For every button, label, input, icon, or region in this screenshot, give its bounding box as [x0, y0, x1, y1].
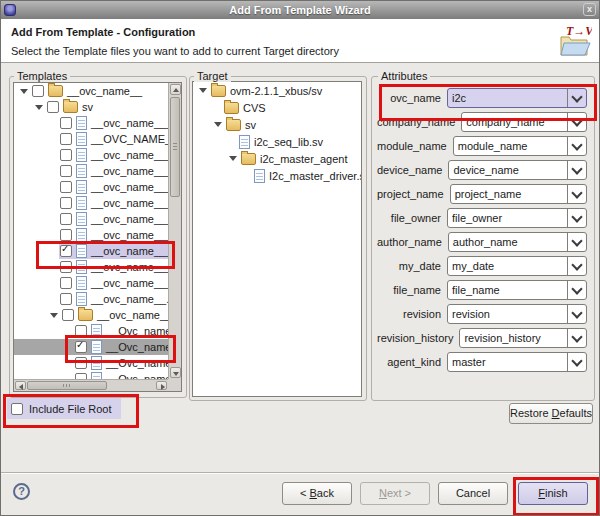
tree-item[interactable]: __OVC_NAME___env [14, 131, 168, 147]
tree-item[interactable]: __Ovc_name____ [14, 323, 168, 339]
attribute-combo[interactable]: revision [447, 304, 587, 324]
tree-item[interactable]: ovm-2.1.1_xbus/sv [193, 82, 361, 99]
tree-item[interactable]: __ovc_name__.svh [14, 291, 168, 307]
tree-item[interactable]: __ovc_name___bus_ [14, 115, 168, 131]
dropdown-button[interactable] [567, 209, 586, 227]
cancel-button[interactable]: Cancel [438, 482, 508, 505]
restore-defaults-button[interactable]: Restore Defaults [509, 403, 593, 424]
attribute-combo[interactable]: i2c [447, 88, 587, 108]
tree-item-checkbox[interactable] [60, 117, 72, 129]
dropdown-button[interactable] [567, 281, 586, 299]
vertical-scrollbar[interactable] [168, 83, 181, 379]
tree-item-checkbox[interactable] [62, 309, 74, 321]
next-button[interactable]: Next > [360, 482, 430, 505]
include-file-root-checkbox[interactable] [11, 403, 23, 415]
tree-item-checkbox[interactable] [60, 133, 72, 145]
tree-item[interactable]: __ovc_name___sequ [14, 211, 168, 227]
attribute-combo[interactable]: file_owner [447, 208, 587, 228]
tree-item[interactable]: __Ovc_name____ [14, 339, 168, 355]
tree-item[interactable]: __ovc_name___inter [14, 227, 168, 243]
tree-item[interactable]: sv [193, 116, 361, 133]
expander-icon[interactable] [35, 105, 43, 110]
horizontal-scrollbar[interactable] [14, 379, 168, 391]
tree-item[interactable]: I2c_master_driver.sv [193, 167, 361, 184]
expander-icon[interactable] [199, 88, 207, 93]
dropdown-button[interactable] [567, 233, 586, 251]
titlebar[interactable]: Add From Template Wizard x [1, 1, 599, 20]
dropdown-button[interactable] [567, 137, 586, 155]
horizontal-scroll-thumb[interactable] [27, 381, 107, 390]
dropdown-button[interactable] [567, 305, 586, 323]
file-icon [76, 276, 87, 290]
expander-icon[interactable] [20, 89, 28, 94]
dropdown-button[interactable] [567, 113, 586, 131]
tree-item-checkbox[interactable] [32, 85, 44, 97]
tree-item[interactable]: __ovc_name___sequ [14, 275, 168, 291]
chevron-down-icon [571, 259, 582, 270]
tree-item-checkbox[interactable] [60, 165, 72, 177]
attribute-combo[interactable]: master [447, 352, 587, 372]
tree-item-checkbox[interactable] [75, 357, 87, 369]
finish-button[interactable]: Finish [518, 482, 588, 505]
tree-item[interactable]: __ovc_name___seq_ [14, 243, 168, 259]
dropdown-button[interactable] [567, 353, 586, 371]
include-file-root-row[interactable]: Include File Root [7, 398, 121, 419]
folder-open-icon [211, 85, 226, 97]
tree-item-checkbox[interactable] [60, 261, 72, 273]
attribute-combo[interactable]: file_name [447, 280, 587, 300]
tree-item[interactable]: __Ovc_name____ [14, 371, 168, 379]
tree-item[interactable]: __ovc_name__ [14, 83, 168, 99]
tree-item[interactable]: __ovc_name___tran [14, 195, 168, 211]
tree-item[interactable]: __ovc_name___inter [14, 259, 168, 275]
tree-item-checkbox[interactable] [60, 149, 72, 161]
tree-item[interactable]: __ovc_name___type [14, 147, 168, 163]
tree-item-checkbox[interactable] [75, 325, 87, 337]
file-icon [76, 132, 87, 146]
tree-item[interactable]: __ovc_name____ag [14, 307, 168, 323]
dropdown-button[interactable] [567, 185, 586, 203]
tree-item[interactable]: __ovc_name___env. [14, 163, 168, 179]
expander-icon[interactable] [50, 313, 58, 318]
expander-icon[interactable] [214, 122, 222, 127]
tree-item-checkbox[interactable] [60, 277, 72, 289]
attribute-combo[interactable]: revision_history [459, 328, 587, 348]
tree-item[interactable]: i2c_master_agent [193, 150, 361, 167]
close-icon[interactable]: x [583, 3, 596, 16]
attribute-combo[interactable]: project_name [450, 184, 587, 204]
dropdown-button[interactable] [567, 89, 586, 107]
vertical-scroll-thumb[interactable] [170, 97, 180, 197]
folder-open-icon [63, 101, 78, 113]
scroll-right-icon[interactable] [161, 384, 165, 390]
file-icon [91, 324, 102, 338]
tree-item-checkbox[interactable] [60, 293, 72, 305]
chevron-down-icon [571, 235, 582, 246]
tree-item[interactable]: i2c_seq_lib.sv [193, 133, 361, 150]
tree-item-checkbox[interactable] [60, 245, 72, 257]
tree-item[interactable]: __ovc_name___bus_ [14, 179, 168, 195]
dropdown-button[interactable] [567, 161, 586, 179]
attribute-value: i2c [448, 92, 567, 104]
expander-icon[interactable] [229, 156, 237, 161]
tree-item-checkbox[interactable] [75, 341, 87, 353]
attribute-combo[interactable]: module_name [453, 136, 587, 156]
attribute-combo[interactable]: company_name [461, 112, 587, 132]
tree-item[interactable]: sv [14, 99, 168, 115]
attribute-combo[interactable]: author_name [448, 232, 587, 252]
tree-item-checkbox[interactable] [60, 197, 72, 209]
back-button[interactable]: < Back [282, 482, 352, 505]
tree-item[interactable]: CVS [193, 99, 361, 116]
attribute-row: agent_kindmaster [377, 352, 587, 372]
tree-item-checkbox[interactable] [60, 181, 72, 193]
tree-item-checkbox[interactable] [60, 213, 72, 225]
scroll-left-icon[interactable] [19, 384, 23, 390]
tree-item[interactable]: __Ovc_name____ [14, 355, 168, 371]
scroll-down-icon[interactable] [173, 372, 179, 376]
help-button[interactable]: ? [13, 483, 30, 500]
scroll-up-icon[interactable] [173, 88, 179, 92]
tree-item-checkbox[interactable] [60, 229, 72, 241]
dropdown-button[interactable] [567, 329, 586, 347]
dropdown-button[interactable] [567, 257, 586, 275]
attribute-combo[interactable]: device_name [448, 160, 587, 180]
tree-item-checkbox[interactable] [47, 101, 59, 113]
attribute-combo[interactable]: my_date [447, 256, 587, 276]
